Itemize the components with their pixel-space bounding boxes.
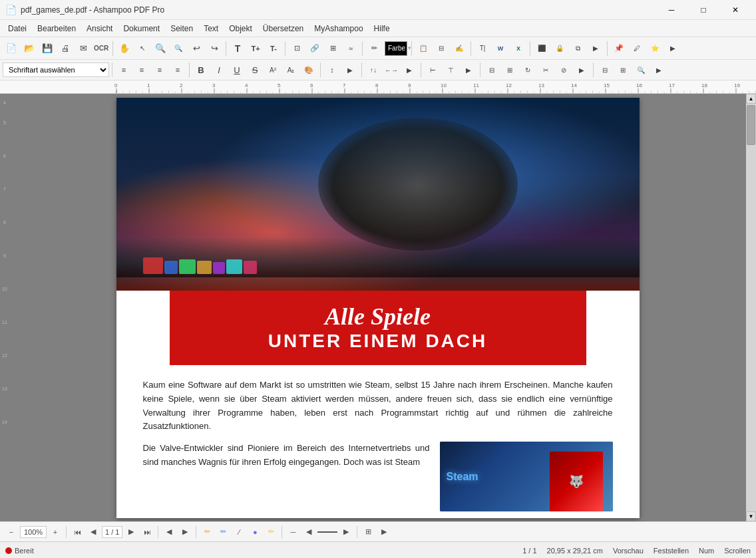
last-page-button[interactable]: ⏭ — [140, 525, 154, 539]
fit-page-tool[interactable]: ⊞ — [324, 40, 341, 57]
tb2-more3[interactable]: ▶ — [573, 61, 590, 78]
tb2-zoom-icon[interactable]: 🔍 — [632, 61, 650, 78]
maximize-button[interactable]: □ — [688, 0, 719, 20]
line-draw-button[interactable]: ⁄ — [232, 525, 246, 539]
menu-myashampoo[interactable]: MyAshampoo — [309, 22, 368, 35]
menu-ansicht[interactable]: Ansicht — [81, 22, 118, 35]
star-button[interactable]: ⭐ — [646, 40, 663, 57]
insert-text-button[interactable]: T| — [474, 40, 491, 57]
menu-hilfe[interactable]: Hilfe — [369, 22, 395, 35]
text-remove-button[interactable]: T- — [265, 40, 282, 57]
line-arrow-left[interactable]: ◀ — [301, 525, 316, 539]
scroll-down-arrow[interactable]: ▼ — [746, 511, 756, 521]
menu-datei[interactable]: Datei — [3, 22, 32, 35]
prev-page-button[interactable]: ◀ — [86, 525, 100, 539]
zoom-out-button[interactable]: − — [4, 525, 19, 539]
bold-button[interactable]: B — [192, 61, 210, 78]
first-page-button[interactable]: ⏮ — [70, 525, 85, 539]
strikethrough-button[interactable]: S — [246, 61, 264, 78]
form-button[interactable]: ⊟ — [433, 40, 450, 57]
next-annot-button[interactable]: ▶ — [178, 525, 192, 539]
tb2-v-align[interactable]: ⊤ — [442, 61, 459, 78]
text-add-button[interactable]: T+ — [247, 40, 264, 57]
font-select[interactable]: Schriftart auswählen — [3, 63, 109, 77]
zoom-in-toolbar[interactable]: 🔍 — [152, 40, 169, 57]
superscript-button[interactable]: A² — [264, 61, 282, 78]
align-justify-button[interactable]: ≡ — [169, 61, 186, 78]
pencil-draw-button[interactable]: ✏ — [200, 525, 214, 539]
compare-button[interactable]: ⧉ — [569, 40, 586, 57]
subscript-button[interactable]: A₂ — [282, 61, 299, 78]
text-color-button[interactable]: 🎨 — [300, 61, 317, 78]
more2-button[interactable]: ▶ — [664, 40, 681, 57]
text-tool[interactable]: T — [229, 40, 246, 57]
tb2-more2[interactable]: ▶ — [460, 61, 477, 78]
email-button[interactable]: ✉ — [75, 40, 92, 57]
open-button[interactable]: 📂 — [21, 40, 38, 57]
select-tool[interactable]: ↖ — [134, 40, 151, 57]
tb2-icon5[interactable]: ⊘ — [555, 61, 572, 78]
save-button[interactable]: 💾 — [39, 40, 56, 57]
hand-tool[interactable]: ✋ — [116, 40, 133, 57]
tb2-icon4[interactable]: ✂ — [537, 61, 554, 78]
tb2-more4[interactable]: ▶ — [650, 61, 667, 78]
menu-text[interactable]: Text — [198, 22, 224, 35]
sticky-note-button[interactable]: 📌 — [610, 40, 628, 57]
protect-button[interactable]: 🔒 — [551, 40, 568, 57]
scroll-track[interactable] — [746, 104, 756, 511]
zoom-in-button[interactable]: + — [48, 525, 63, 539]
highlight-button[interactable]: 🖊 — [628, 40, 646, 57]
tb2-arrows2[interactable]: ←→ — [383, 61, 400, 78]
tb2-icon2[interactable]: ⊞ — [501, 61, 518, 78]
pencil-tool[interactable]: ✏ — [365, 40, 383, 57]
tb2-more[interactable]: ▶ — [401, 61, 418, 78]
more-button[interactable]: ▶ — [587, 40, 604, 57]
menu-objekt[interactable]: Objekt — [224, 22, 258, 35]
line-spacing-button[interactable]: ↕ — [323, 61, 341, 78]
new-button[interactable]: 📄 — [3, 40, 20, 57]
align-right-button[interactable]: ≡ — [151, 61, 168, 78]
vertical-scrollbar[interactable]: ▲ ▼ — [746, 94, 756, 521]
more-text-button[interactable]: ▶ — [341, 61, 359, 78]
zoom-out-toolbar[interactable]: 🔍 — [170, 40, 187, 57]
circle-draw-button[interactable]: ● — [248, 525, 262, 539]
ocr-button[interactable]: OCR — [93, 40, 110, 57]
tb2-h-align[interactable]: ⊢ — [424, 61, 441, 78]
link-tool[interactable]: 🔗 — [306, 40, 323, 57]
redact-button[interactable]: ⬛ — [533, 40, 550, 57]
stamp-button[interactable]: 📋 — [415, 40, 432, 57]
word-button[interactable]: W — [492, 40, 509, 57]
next-page-button[interactable]: ▶ — [124, 525, 138, 539]
menu-bearbeiten[interactable]: Bearbeiten — [32, 22, 81, 35]
marker-button[interactable]: ✏ — [264, 525, 278, 539]
minimize-button[interactable]: ─ — [656, 0, 687, 20]
excel-button[interactable]: X — [510, 40, 527, 57]
color-picker-box[interactable]: Farbe ▼ — [385, 41, 407, 56]
spell-tool[interactable]: ≈ — [342, 40, 359, 57]
align-center-button[interactable]: ≡ — [133, 61, 150, 78]
menu-uebersetzen[interactable]: Übersetzen — [258, 22, 309, 35]
line-arrow-right[interactable]: ▶ — [339, 525, 353, 539]
tb2-icon3[interactable]: ↻ — [519, 61, 536, 78]
menu-dokument[interactable]: Dokument — [118, 22, 165, 35]
italic-button[interactable]: I — [210, 61, 228, 78]
highlight-draw-button[interactable]: ✏ — [216, 525, 230, 539]
tb2-arrows[interactable]: ↑↓ — [365, 61, 382, 78]
tb2-grid1[interactable]: ⊟ — [596, 61, 614, 78]
tb2-icon1[interactable]: ⊟ — [483, 61, 500, 78]
close-button[interactable]: ✕ — [720, 0, 751, 20]
undo-button[interactable]: ↩ — [188, 40, 205, 57]
print-button[interactable]: 🖨 — [57, 40, 74, 57]
prev-annot-button[interactable]: ◀ — [162, 525, 176, 539]
signature-button[interactable]: ✍ — [451, 40, 468, 57]
underline-button[interactable]: U — [228, 61, 246, 78]
align-left-button[interactable]: ≡ — [115, 61, 132, 78]
grid-view-button[interactable]: ⊞ — [361, 525, 375, 539]
crop-tool[interactable]: ⊡ — [288, 40, 305, 57]
line-style-button[interactable]: ─ — [285, 525, 300, 539]
tb2-grid2[interactable]: ⊞ — [614, 61, 632, 78]
scroll-up-arrow[interactable]: ▲ — [746, 94, 756, 104]
redo-button[interactable]: ↪ — [206, 40, 223, 57]
scroll-thumb[interactable] — [747, 105, 755, 145]
menu-seiten[interactable]: Seiten — [165, 22, 198, 35]
